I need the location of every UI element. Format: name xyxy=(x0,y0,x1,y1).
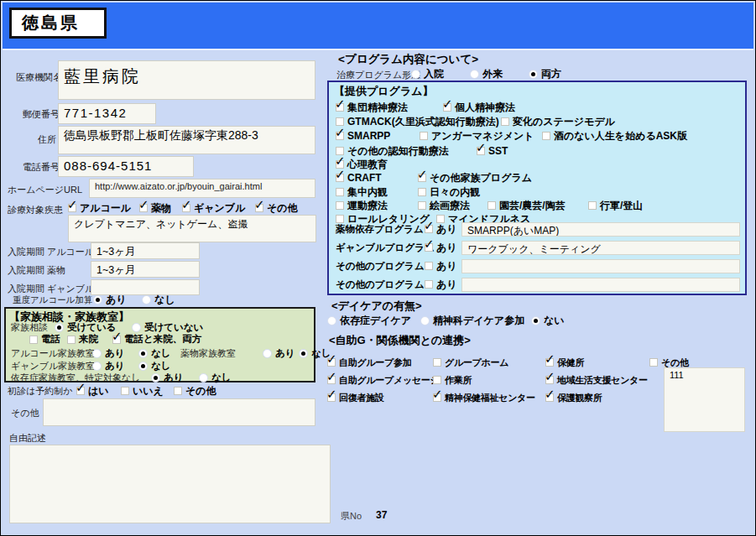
checkbox-option[interactable]: 作業所 xyxy=(433,374,545,387)
radio-option[interactable]: 入院 xyxy=(411,67,470,81)
option-label: 電話 xyxy=(41,333,60,346)
option-label: あり xyxy=(436,241,457,255)
checkbox-option[interactable]: 回復者施設 xyxy=(327,392,433,404)
radio-option[interactable]: なし xyxy=(142,293,175,307)
checkbox-option[interactable]: グループホーム xyxy=(433,356,545,369)
free-text-label: 自由記述 xyxy=(9,432,46,445)
checkbox-option[interactable]: 集団精神療法 xyxy=(336,101,443,115)
program-value-input[interactable]: SMARPP(あいMAP) xyxy=(461,222,740,237)
checkbox-option[interactable]: 日々の内観 xyxy=(418,185,480,200)
stay-drug-input[interactable]: 1~3ヶ月 xyxy=(91,261,200,278)
option-label: 運動療法 xyxy=(347,199,388,213)
radio-option[interactable]: なし xyxy=(138,360,171,372)
facility-name-input[interactable]: 藍里病院 xyxy=(58,60,315,100)
family-method-row: 電話 来院 電話と来院、両方 xyxy=(29,334,201,345)
checkbox-option[interactable]: その他 xyxy=(174,384,216,398)
checkbox-option[interactable]: その他の認知行動療法 xyxy=(336,144,477,159)
checkbox-option[interactable]: 電話と来院、両方 xyxy=(112,333,201,346)
checkbox-option[interactable]: アルコール xyxy=(68,201,139,216)
program-value-input[interactable] xyxy=(461,259,740,273)
radio-icon xyxy=(529,70,538,79)
checkbox-icon xyxy=(327,358,336,367)
radio-icon xyxy=(531,316,540,325)
treatment-form-options: 入院 外来 両方 xyxy=(411,67,561,81)
checkbox-option[interactable]: 運動療法 xyxy=(336,199,418,213)
checkbox-option[interactable]: いいえ xyxy=(121,384,174,398)
checkbox-option[interactable]: CRAFT xyxy=(336,172,418,184)
radio-option[interactable]: あり xyxy=(93,293,142,307)
stay-alcohol-input[interactable]: 1~3ヶ月 xyxy=(91,242,200,259)
address-input[interactable]: 徳島県板野郡上板町佐藤塚字東288-3 xyxy=(58,126,315,154)
radio-option[interactable]: あり xyxy=(263,347,299,360)
radio-option[interactable]: 両方 xyxy=(529,67,561,81)
checkbox-option[interactable]: 変化のステージモデル xyxy=(501,115,615,129)
homepage-url-input[interactable]: http://www.aizato.or.jp/byouin_gairai.ht… xyxy=(89,179,315,198)
checkbox-option[interactable]: 集中内観 xyxy=(336,185,418,200)
renkei-title: <自助G・関係機関との連携> xyxy=(329,333,471,348)
option-label: あり xyxy=(164,372,184,384)
checkbox-option[interactable]: あり xyxy=(425,241,461,255)
radio-option[interactable]: あり xyxy=(92,360,138,372)
radio-icon xyxy=(199,373,208,382)
checkbox-option[interactable]: 酒のない人生を始めるASK版 xyxy=(542,129,687,143)
checkbox-option[interactable]: 自助グループ参加 xyxy=(327,356,433,369)
option-label: 絵画療法 xyxy=(430,199,470,213)
radio-option[interactable]: あり xyxy=(151,372,199,384)
checkbox-option[interactable]: 地域生活支援センター xyxy=(545,374,649,387)
pref-no-value: 37 xyxy=(376,509,387,521)
checkbox-icon xyxy=(336,188,344,196)
family-consult-box: 【家族相談・家族教室】 家族相談 受けている 受けていない 電話 来院 電話と来… xyxy=(4,307,315,382)
radio-option[interactable]: なし xyxy=(138,347,175,360)
checkbox-option[interactable]: 来院 xyxy=(67,333,112,346)
option-label: 受けている xyxy=(67,321,117,334)
phone-input[interactable]: 088-694-5151 xyxy=(58,156,194,177)
checkbox-option[interactable]: 保護観察所 xyxy=(545,392,649,404)
radio-option[interactable]: 精神科デイケア参加 xyxy=(420,314,531,328)
gambling-class-options: あり なし xyxy=(92,360,171,372)
checkbox-option[interactable]: その他 xyxy=(255,201,298,216)
treatment-form-label: 治療プログラム形態 xyxy=(336,69,420,81)
program-row-label: ギャンブルプログラム xyxy=(336,242,425,254)
program-value-input[interactable] xyxy=(461,278,740,292)
radio-option[interactable]: 外来 xyxy=(470,67,529,81)
other-field-input[interactable] xyxy=(43,398,315,426)
radio-option[interactable]: ない xyxy=(531,314,565,328)
radio-option[interactable]: あり xyxy=(92,347,138,360)
checkbox-option[interactable]: SST xyxy=(477,145,508,157)
checkbox-option[interactable]: その他家族プログラム xyxy=(418,171,532,185)
checkbox-option[interactable]: 絵画療法 xyxy=(418,199,487,213)
radio-option[interactable]: 受けていない xyxy=(132,321,203,334)
free-text-area[interactable] xyxy=(9,445,331,523)
checkbox-option[interactable]: はい xyxy=(76,384,121,398)
option-label: SMARPP xyxy=(347,130,390,142)
checkbox-option[interactable]: ギャンブル xyxy=(182,201,255,216)
radio-icon xyxy=(411,70,420,79)
checkbox-option[interactable]: あり xyxy=(425,222,461,237)
checkbox-option[interactable]: 電話 xyxy=(29,333,67,346)
checkbox-option[interactable]: 精神保健福祉センター xyxy=(433,392,545,404)
checkbox-option[interactable]: 保健所 xyxy=(545,356,649,369)
checkbox-option[interactable]: 園芸/農芸/陶芸 xyxy=(487,199,588,213)
radio-option[interactable]: なし xyxy=(199,372,232,384)
program-value-input[interactable]: ワークブック、ミーティング xyxy=(461,241,740,255)
radio-icon xyxy=(470,70,479,79)
checkbox-icon xyxy=(336,201,344,210)
checkbox-option[interactable]: 行軍/登山 xyxy=(588,199,643,213)
checkbox-option[interactable]: あり xyxy=(425,278,461,292)
checkbox-option[interactable]: 個人精神療法 xyxy=(443,101,515,115)
renkei-row-1: 自助グループ参加 グループホーム 保健所 その他 xyxy=(327,356,689,369)
checkbox-option[interactable]: 薬物 xyxy=(139,201,182,216)
radio-option[interactable]: 依存症デイケア xyxy=(327,314,420,328)
checkbox-option[interactable]: あり xyxy=(425,259,461,273)
program-grid-row: GTMACK(久里浜式認知行動療法) 変化のステージモデル xyxy=(336,115,742,128)
provided-programs-title: 【提供プログラム】 xyxy=(334,84,434,99)
nospecific-class-options: あり なし xyxy=(151,372,232,384)
checkbox-option[interactable]: 自助グループメッセージ xyxy=(327,374,433,387)
postal-code-input[interactable]: 771-1342 xyxy=(58,103,156,124)
renkei-other-textarea[interactable]: 111 xyxy=(664,367,745,432)
checkbox-option[interactable]: GTMACK(久里浜式認知行動療法) xyxy=(336,115,501,129)
option-label: CRAFT xyxy=(347,172,382,184)
disease-other-input[interactable]: クレプトマニア、ネットゲーム、盗撮 xyxy=(68,215,316,242)
option-label: なし xyxy=(211,372,232,384)
checkbox-option[interactable]: SMARPP xyxy=(336,130,420,142)
